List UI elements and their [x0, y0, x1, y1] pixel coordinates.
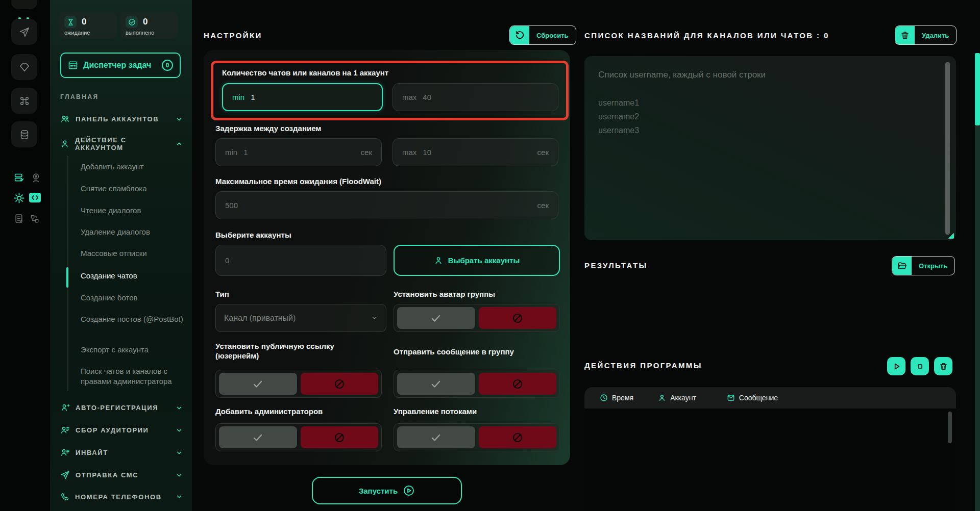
hourglass-icon [64, 16, 77, 28]
table-scrollbar[interactable] [948, 412, 952, 443]
qty-max-input[interactable]: max 40 [393, 83, 558, 111]
open-button-label: Открыть [912, 257, 954, 275]
submenu-item-export[interactable]: Экспорт с аккаунта [81, 345, 185, 355]
toggle-yes-button[interactable] [397, 307, 475, 329]
qty-min-value: 1 [251, 93, 255, 101]
submenu-item-create-posts[interactable]: Создание постов (@PostBot) [81, 314, 185, 324]
toggle-no-button[interactable] [479, 426, 557, 448]
code-window-icon[interactable] [29, 193, 41, 202]
reset-button[interactable]: Сбросить [509, 25, 576, 45]
delay-max-input[interactable]: max 10 сек [393, 138, 558, 166]
chevron-down-icon [176, 427, 183, 434]
min-prefix: min [232, 93, 244, 101]
sidebar: 0 ожидание 0 выполнено Диспетчер задач 0… [50, 0, 192, 511]
toggle-no-button[interactable] [479, 373, 557, 395]
task-manager-button[interactable]: Диспетчер задач 0 [60, 53, 181, 78]
program-actions-title: ДЕЙСТВИЯ ПРОГРАММЫ [584, 361, 702, 370]
submenu-item-admin-search[interactable]: Поиск чатов и каналов с правами админист… [81, 366, 185, 386]
add-admins-toggle-label: Добавить администраторов [215, 407, 323, 416]
delete-button-label: Удалить [915, 26, 956, 44]
threads-toggle [394, 423, 560, 451]
column-time-label: Время [612, 394, 633, 402]
pending-label: ожидание [64, 30, 112, 36]
textarea-scrollbar[interactable] [945, 62, 950, 235]
sidebar-item-send-sms[interactable]: ОТПРАВКА СМС [60, 470, 183, 480]
trash-icon [895, 26, 915, 44]
submenu-item-mass-unsub[interactable]: Массовые отписки [81, 248, 185, 259]
database-nav-button[interactable] [11, 121, 37, 147]
accounts-count-input[interactable]: 0 [215, 245, 386, 276]
premium-nav-button[interactable] [11, 54, 37, 80]
sidebar-item-account-actions[interactable]: ДЕЙСТВИЕ С АККАУНТОМ [60, 136, 183, 151]
open-results-button[interactable]: Открыть [892, 256, 955, 275]
submenu-item-read-dialogs[interactable]: Чтение диалогов [81, 206, 185, 216]
sidebar-item-phone-numbers[interactable]: НОМЕРА ТЕЛЕФОНОВ [60, 492, 183, 501]
check-circle-icon [126, 16, 138, 28]
app-window: 0 ожидание 0 выполнено Диспетчер задач 0… [0, 0, 980, 511]
swap-icon[interactable] [30, 214, 40, 224]
unit-label: сек [537, 201, 549, 210]
floodwait-placeholder: 500 [225, 201, 238, 210]
select-accounts-label: Выбрать аккаунты [448, 256, 520, 265]
users-icon [60, 114, 70, 124]
toggle-yes-button[interactable] [397, 373, 475, 395]
toggle-no-button[interactable] [301, 373, 379, 395]
gear-icon[interactable] [13, 192, 25, 204]
delete-list-button[interactable]: Удалить [895, 25, 957, 45]
submenu-item-add-account[interactable]: Добавить аккаунт [81, 162, 185, 172]
webcam-icon[interactable] [31, 172, 41, 183]
select-accounts-button[interactable]: Выбрать аккаунты [394, 245, 560, 276]
icon-rail [0, 0, 50, 511]
send-nav-button[interactable] [11, 19, 37, 45]
type-label: Тип [215, 290, 229, 298]
submenu-item-delete-dialogs[interactable]: Удаление диалогов [81, 227, 185, 237]
play-icon [892, 362, 901, 371]
document-check-icon[interactable] [14, 213, 24, 224]
command-icon [19, 95, 30, 107]
actions-clear-button[interactable] [934, 357, 952, 375]
actions-stop-button[interactable] [911, 357, 929, 375]
toggle-no-button[interactable] [479, 307, 557, 329]
resize-handle[interactable] [948, 233, 954, 239]
delay-min-input[interactable]: min 1 сек [215, 138, 382, 166]
folder-open-icon [892, 257, 912, 275]
user-list-icon [60, 448, 70, 457]
trash-icon [939, 362, 948, 371]
actions-play-button[interactable] [887, 357, 905, 375]
log-table-body [584, 408, 956, 511]
toggle-yes-button[interactable] [219, 373, 297, 395]
server-check-icon[interactable] [14, 172, 24, 183]
page-scrollbar-thumb[interactable] [975, 53, 980, 125]
submenu-item-create-bots[interactable]: Создание ботов [81, 293, 185, 303]
floodwait-input[interactable]: 500 сек [215, 191, 558, 219]
qty-min-input[interactable]: min 1 [222, 83, 383, 111]
username-line: username3 [598, 123, 639, 137]
run-button[interactable]: Запустить [312, 477, 462, 504]
command-nav-button[interactable] [11, 88, 37, 114]
sidebar-item-audience-collect[interactable]: СБОР АУДИТОРИИ [60, 425, 183, 435]
toggle-yes-button[interactable] [219, 426, 297, 448]
sidebar-item-auto-registration[interactable]: АВТО-РЕГИСТРАЦИЯ [60, 403, 183, 413]
pending-count: 0 [82, 17, 86, 27]
submenu-item-create-chats[interactable]: Создание чатов [81, 271, 185, 281]
task-manager-badge: 0 [162, 60, 173, 71]
usernames-textarea[interactable]: Список username, каждый с новой строки u… [584, 56, 956, 240]
pending-stat-card: 0 ожидание [59, 12, 117, 39]
chevron-down-icon [176, 116, 183, 123]
chevron-down-icon [371, 315, 378, 321]
sidebar-item-accounts-panel[interactable]: ПАНЕЛЬ АККАУНТОВ [60, 114, 183, 124]
toggle-yes-button[interactable] [397, 426, 475, 448]
column-account-label: Аккаунт [670, 394, 696, 402]
public-link-toggle [215, 370, 382, 398]
sidebar-item-invite[interactable]: ИНВАЙТ [60, 448, 183, 457]
check-icon [252, 431, 264, 444]
sidebar-item-label: ОТПРАВКА СМС [76, 471, 138, 479]
submenu-item-spamblock[interactable]: Снятие спамблока [81, 184, 185, 194]
send-message-toggle [394, 370, 560, 398]
toggle-no-button[interactable] [301, 426, 379, 448]
chevron-down-icon [176, 404, 183, 412]
avatar-toggle [394, 304, 560, 332]
app-logo[interactable] [11, 0, 37, 9]
type-select[interactable]: Канал (приватный) [215, 304, 386, 332]
sidebar-item-label: ДЕЙСТВИЕ С АККАУНТОМ [75, 136, 176, 151]
